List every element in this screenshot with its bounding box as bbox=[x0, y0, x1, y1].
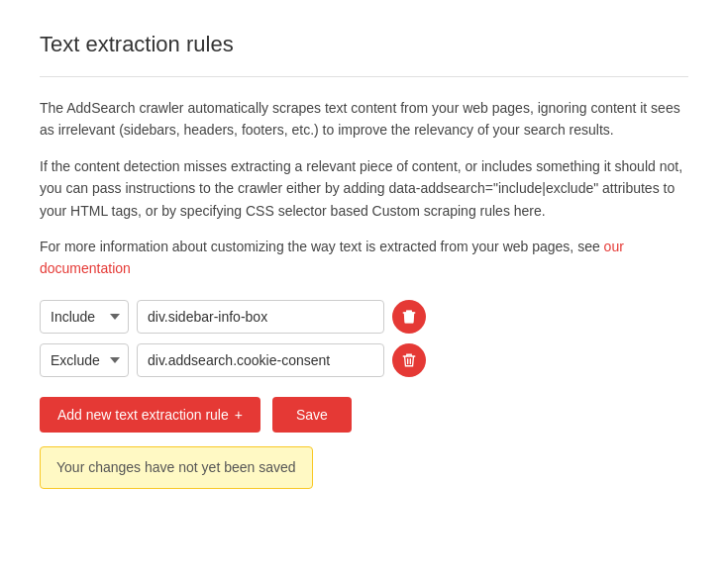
rule-row-1: Include Exclude bbox=[40, 300, 688, 334]
add-rule-button[interactable]: Add new text extraction rule + bbox=[40, 397, 260, 433]
rule-1-type-select[interactable]: Include Exclude bbox=[40, 300, 129, 334]
warning-text: Your changes have not yet been saved bbox=[56, 459, 296, 475]
add-rule-label: Add new text extraction rule bbox=[57, 407, 229, 423]
plus-icon: + bbox=[235, 407, 243, 423]
trash-icon bbox=[401, 309, 417, 325]
description-para3-prefix: For more information about customizing t… bbox=[40, 239, 604, 254]
rule-row-2: Include Exclude bbox=[40, 343, 688, 377]
rule-2-delete-button[interactable] bbox=[392, 343, 426, 377]
main-container: Text extraction rules The AddSearch craw… bbox=[0, 0, 728, 580]
warning-banner: Your changes have not yet been saved bbox=[40, 446, 313, 489]
save-button[interactable]: Save bbox=[272, 397, 352, 433]
trash-icon-2 bbox=[401, 352, 417, 368]
rule-1-delete-button[interactable] bbox=[392, 300, 426, 334]
description-para3: For more information about customizing t… bbox=[40, 236, 688, 280]
actions-row: Add new text extraction rule + Save bbox=[40, 397, 688, 433]
rule-2-type-select[interactable]: Include Exclude bbox=[40, 343, 129, 377]
description-para1: The AddSearch crawler automatically scra… bbox=[40, 97, 688, 142]
rule-1-selector-input[interactable] bbox=[137, 300, 384, 334]
page-title: Text extraction rules bbox=[40, 28, 688, 60]
rules-section: Include Exclude Include Exclude bbox=[40, 300, 688, 377]
title-divider bbox=[40, 76, 688, 77]
rule-2-selector-input[interactable] bbox=[137, 343, 384, 377]
description-para2: If the content detection misses extracti… bbox=[40, 155, 688, 222]
